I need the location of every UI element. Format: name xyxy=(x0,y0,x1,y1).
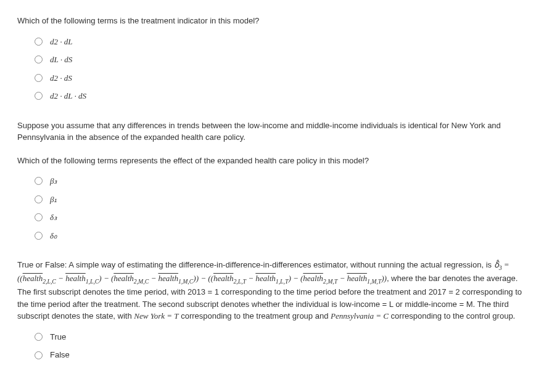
radio-icon xyxy=(35,38,43,46)
radio-icon xyxy=(35,213,43,221)
q3-options: True False xyxy=(35,331,532,361)
q3-option-true[interactable]: True xyxy=(35,331,532,343)
q1-option-1[interactable]: dL · dS xyxy=(35,54,532,66)
radio-icon xyxy=(35,55,43,63)
q1-option-3-label: d2 · dL · dS xyxy=(50,90,86,102)
q3-option-false[interactable]: False xyxy=(35,349,532,361)
question-2: Suppose you assume that any differences … xyxy=(17,120,532,242)
q3-text: True or False: A simple way of estimatin… xyxy=(17,259,532,322)
q2-options: β₃ β₁ δ₃ δ₀ xyxy=(35,175,532,242)
q2-option-0-label: β₃ xyxy=(50,175,57,187)
q2-prompt: Which of the following terms represents … xyxy=(17,155,532,167)
q1-option-1-label: dL · dS xyxy=(50,54,72,66)
question-1: Which of the following terms is the trea… xyxy=(17,15,532,102)
q2-option-0[interactable]: β₃ xyxy=(35,175,532,187)
q2-option-2[interactable]: δ₃ xyxy=(35,211,532,224)
q3-option-false-label: False xyxy=(50,349,70,361)
q2-option-1[interactable]: β₁ xyxy=(35,194,532,206)
q1-prompt: Which of the following terms is the trea… xyxy=(17,15,532,27)
q3-option-true-label: True xyxy=(50,331,66,343)
q3-pa: Pennsylvania = C xyxy=(331,311,389,321)
q3-ny: New York = T xyxy=(134,311,178,321)
q3-tail: corresponding to the control group. xyxy=(389,311,515,321)
radio-icon xyxy=(35,232,43,240)
q3-lead: A simple way of estimating the differenc… xyxy=(67,260,493,269)
q1-options: d2 · dL dL · dS d2 · dS d2 · dL · dS xyxy=(35,36,532,102)
radio-icon xyxy=(35,195,43,203)
q2-option-2-label: δ₃ xyxy=(50,211,57,224)
question-3: True or False: A simple way of estimatin… xyxy=(17,259,532,361)
q3-mid: corresponding to the treatment group and xyxy=(179,311,331,321)
radio-icon xyxy=(35,92,43,100)
q1-option-2[interactable]: d2 · dS xyxy=(35,72,532,84)
radio-icon xyxy=(35,74,43,82)
q1-option-0[interactable]: d2 · dL xyxy=(35,36,532,48)
q2-assumption: Suppose you assume that any differences … xyxy=(17,120,532,144)
q2-option-1-label: β₁ xyxy=(50,194,57,206)
q1-option-0-label: d2 · dL xyxy=(50,36,72,48)
q2-option-3[interactable]: δ₀ xyxy=(35,230,532,242)
q2-option-3-label: δ₀ xyxy=(50,230,57,242)
q1-option-2-label: d2 · dS xyxy=(50,72,72,84)
q3-tf-label: True or False: xyxy=(17,260,67,269)
radio-icon xyxy=(35,177,43,185)
radio-icon xyxy=(35,351,43,359)
radio-icon xyxy=(35,333,43,341)
q1-option-3[interactable]: d2 · dL · dS xyxy=(35,90,532,102)
